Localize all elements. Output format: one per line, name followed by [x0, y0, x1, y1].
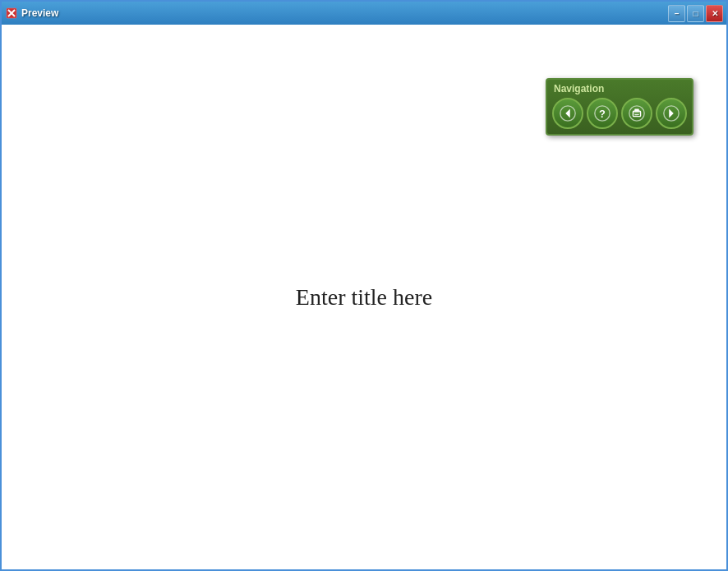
- svg-marker-4: [565, 109, 570, 118]
- arrow-left-icon: [559, 104, 577, 122]
- titlebar-buttons: – □ ✕: [668, 5, 723, 22]
- window-title: Preview: [21, 7, 58, 19]
- help-icon: ?: [593, 104, 611, 122]
- titlebar: Preview – □ ✕: [2, 2, 726, 25]
- svg-rect-12: [633, 111, 640, 113]
- content-area: Enter title here Navigation: [2, 25, 726, 569]
- svg-rect-11: [634, 116, 638, 117]
- page-title: Enter title here: [296, 284, 432, 311]
- main-window: Preview – □ ✕ Enter title here Navigatio…: [0, 0, 728, 571]
- inner-content: Enter title here Navigation: [2, 25, 726, 569]
- minimize-button[interactable]: –: [668, 5, 685, 22]
- svg-rect-10: [634, 114, 639, 115]
- forward-button[interactable]: [656, 98, 687, 129]
- titlebar-left: Preview: [5, 7, 58, 20]
- close-button[interactable]: ✕: [706, 5, 723, 22]
- svg-text:?: ?: [599, 108, 606, 120]
- navigation-label: Navigation: [552, 83, 687, 94]
- maximize-button[interactable]: □: [687, 5, 704, 22]
- print-icon: [628, 104, 646, 122]
- help-button[interactable]: ?: [587, 98, 618, 129]
- back-button[interactable]: [552, 98, 583, 129]
- window-icon: [5, 7, 18, 20]
- svg-marker-14: [669, 109, 674, 118]
- print-button[interactable]: [621, 98, 652, 129]
- navigation-buttons: ?: [552, 98, 687, 129]
- navigation-panel: Navigation ?: [546, 78, 693, 136]
- arrow-right-icon: [662, 104, 680, 122]
